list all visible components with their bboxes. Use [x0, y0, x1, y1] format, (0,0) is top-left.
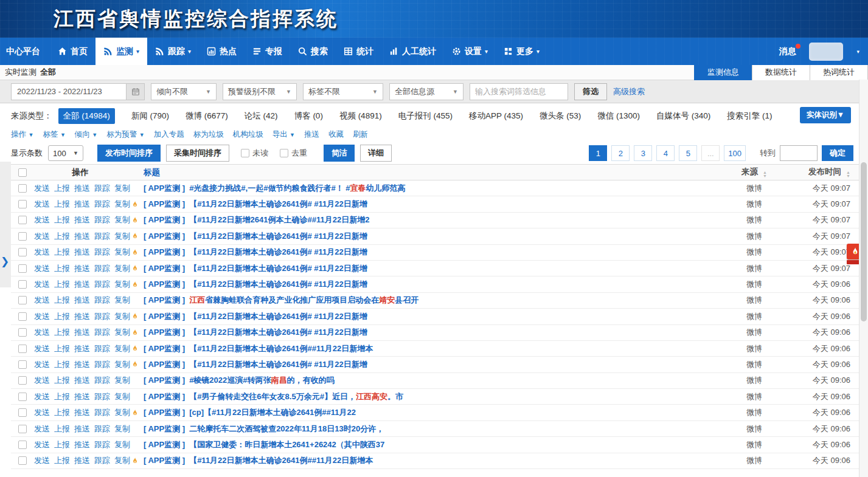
- row-action-发送[interactable]: 发送: [34, 391, 50, 402]
- nav-item-监测[interactable]: 监测▾: [95, 38, 147, 65]
- row-action-推送[interactable]: 推送: [74, 343, 90, 354]
- vertical-scrollbar[interactable]: [859, 80, 868, 477]
- view-tab-数据统计[interactable]: 数据统计: [752, 65, 810, 80]
- row-action-推送[interactable]: 推送: [74, 295, 90, 306]
- view-tab-监测信息[interactable]: 监测信息: [694, 65, 752, 80]
- row-action-上报[interactable]: 上报: [54, 311, 70, 322]
- row-action-跟踪[interactable]: 跟踪: [94, 359, 110, 370]
- row-action-上报[interactable]: 上报: [54, 199, 70, 210]
- row-action-上报[interactable]: 上报: [54, 455, 70, 466]
- batch-action-标签[interactable]: 标签 ▼: [43, 129, 65, 140]
- batch-action-倾向[interactable]: 倾向 ▼: [75, 129, 97, 140]
- source-type-item[interactable]: 全部 (14984): [58, 108, 115, 124]
- row-action-发送[interactable]: 发送: [34, 263, 50, 274]
- row-checkbox[interactable]: [18, 345, 27, 353]
- batch-action-收藏[interactable]: 收藏: [328, 129, 344, 140]
- row-checkbox[interactable]: [18, 456, 27, 465]
- row-checkbox[interactable]: [18, 216, 27, 224]
- row-checkbox[interactable]: [18, 441, 27, 449]
- source-type-item[interactable]: 新闻 (790): [131, 111, 169, 122]
- row-title-link[interactable]: [ APP监测 ]【#11月22日新增本土确诊2641例# #11月22日新增: [144, 247, 718, 258]
- row-action-跟踪[interactable]: 跟踪: [94, 199, 110, 210]
- row-action-跟踪[interactable]: 跟踪: [94, 247, 110, 258]
- source-type-item[interactable]: 论坛 (42): [245, 111, 278, 122]
- row-action-推送[interactable]: 推送: [74, 263, 90, 274]
- row-action-发送[interactable]: 发送: [34, 199, 50, 210]
- source-type-item[interactable]: 微博 (6677): [186, 111, 228, 122]
- row-title-link[interactable]: [ APP监测 ]【#11月22日新增本土确诊2641例##11月22日新增本: [144, 455, 718, 466]
- row-action-发送[interactable]: 发送: [34, 247, 50, 258]
- row-action-跟踪[interactable]: 跟踪: [94, 327, 110, 338]
- row-checkbox[interactable]: [18, 264, 27, 273]
- row-action-上报[interactable]: 上报: [54, 407, 70, 418]
- row-action-上报[interactable]: 上报: [54, 327, 70, 338]
- page-button-2[interactable]: 2: [611, 145, 630, 161]
- source-select[interactable]: 全部信息源▼: [389, 83, 464, 100]
- row-title-link[interactable]: [ APP监测 ]二轮摩托车二次酒驾被查2022年11月18日13时20分许，: [144, 424, 718, 434]
- row-action-推送[interactable]: 推送: [74, 407, 90, 418]
- row-title-link[interactable]: [ APP监测 ]【国家卫健委：昨日新增本土2641+26242（其中陕西37: [144, 439, 718, 450]
- row-action-发送[interactable]: 发送: [34, 327, 50, 338]
- row-action-推送[interactable]: 推送: [74, 327, 90, 338]
- batch-action-推送[interactable]: 推送: [304, 129, 319, 140]
- nav-item-跟踪[interactable]: 跟踪▾: [147, 38, 199, 65]
- tendency-select[interactable]: 倾向不限▼: [151, 83, 217, 100]
- row-action-复制[interactable]: 复制: [114, 295, 130, 306]
- row-action-上报[interactable]: 上报: [54, 247, 70, 258]
- entity-recognition-button[interactable]: 实体识别▼: [800, 107, 851, 123]
- row-action-跟踪[interactable]: 跟踪: [94, 279, 110, 290]
- source-type-item[interactable]: 视频 (4891): [339, 111, 382, 122]
- row-title-link[interactable]: [ APP监测 ]【#11月22日新增本土确诊2641例# #11月22日新增: [144, 279, 718, 290]
- row-action-上报[interactable]: 上报: [54, 231, 70, 242]
- row-action-上报[interactable]: 上报: [54, 391, 70, 402]
- row-action-跟踪[interactable]: 跟踪: [94, 424, 110, 434]
- row-title-link[interactable]: [ APP监测 ]【#11月22日新增本土确诊2641例##11月22日新增本: [144, 343, 718, 354]
- row-title-link[interactable]: [ APP监测 ]【#11月22日新增本土确诊2641例# #11月22日新增: [144, 327, 718, 338]
- row-action-推送[interactable]: 推送: [74, 391, 90, 402]
- row-action-推送[interactable]: 推送: [74, 375, 90, 386]
- row-action-发送[interactable]: 发送: [34, 455, 50, 466]
- row-title-link[interactable]: [ APP监测 ]【#11月22日新增本土确诊2641例# #11月22日新增: [144, 199, 718, 210]
- row-action-推送[interactable]: 推送: [74, 424, 90, 434]
- row-action-发送[interactable]: 发送: [34, 407, 50, 418]
- page-button-1[interactable]: 1: [589, 145, 607, 161]
- row-action-上报[interactable]: 上报: [54, 424, 70, 434]
- source-type-item[interactable]: 自媒体号 (340): [656, 111, 710, 122]
- goto-confirm-button[interactable]: 确定: [822, 145, 853, 161]
- source-type-item[interactable]: 搜索引擎 (1): [727, 111, 772, 122]
- row-title-link[interactable]: [ APP监测 ]#棱镜2022巡演#转两张南昌的，有收的吗: [144, 375, 718, 386]
- nav-item-热点[interactable]: 热点: [199, 38, 245, 65]
- row-action-发送[interactable]: 发送: [34, 183, 50, 194]
- warning-level-select[interactable]: 预警级别不限▼: [223, 83, 297, 100]
- row-checkbox[interactable]: [18, 360, 27, 369]
- select-all-checkbox[interactable]: [18, 168, 27, 177]
- row-action-跟踪[interactable]: 跟踪: [94, 455, 110, 466]
- row-action-推送[interactable]: 推送: [74, 359, 90, 370]
- nav-item-专报[interactable]: 专报: [245, 38, 290, 65]
- row-action-推送[interactable]: 推送: [74, 311, 90, 322]
- row-action-跟踪[interactable]: 跟踪: [94, 295, 110, 306]
- page-button-100[interactable]: 100: [724, 145, 746, 161]
- batch-action-机构垃圾[interactable]: 机构垃圾: [233, 129, 263, 140]
- view-detail-button[interactable]: 详细: [360, 145, 392, 162]
- row-action-复制[interactable]: 复制: [114, 391, 130, 402]
- row-action-推送[interactable]: 推送: [74, 183, 90, 194]
- batch-action-标为垃圾[interactable]: 标为垃圾: [193, 129, 224, 140]
- view-tab-热词统计[interactable]: 热词统计: [810, 65, 868, 80]
- row-title-link[interactable]: [ APP监测 ]江西省棘胸蛙联合育种及产业化推广应用项目启动会在靖安县召开: [144, 295, 718, 306]
- row-action-推送[interactable]: 推送: [74, 231, 90, 242]
- row-action-推送[interactable]: 推送: [74, 199, 90, 210]
- row-action-发送[interactable]: 发送: [34, 375, 50, 386]
- row-checkbox[interactable]: [18, 280, 27, 289]
- row-action-上报[interactable]: 上报: [54, 263, 70, 274]
- expand-panel-chevron-icon[interactable]: ❯: [1, 258, 9, 266]
- row-action-上报[interactable]: 上报: [54, 295, 70, 306]
- row-action-发送[interactable]: 发送: [34, 231, 50, 242]
- row-action-跟踪[interactable]: 跟踪: [94, 311, 110, 322]
- source-type-item[interactable]: 移动APP (435): [469, 111, 523, 122]
- calendar-icon[interactable]: [127, 83, 145, 100]
- batch-action-导出[interactable]: 导出 ▼: [273, 129, 295, 140]
- nav-item-搜索[interactable]: 搜索: [290, 38, 336, 65]
- row-title-link[interactable]: [ APP监测 ]【#11月22日新增本土确诊2641例# #11月22日新增: [144, 311, 718, 322]
- row-checkbox[interactable]: [18, 248, 27, 256]
